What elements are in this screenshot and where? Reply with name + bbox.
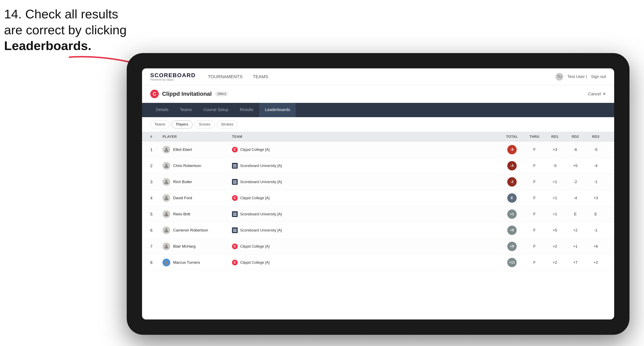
player-name: Elliot Ebert bbox=[173, 147, 192, 152]
table-row: 4 David Ford C Clippd College [A] E F +1… bbox=[142, 190, 614, 206]
team-logo-s bbox=[232, 211, 238, 217]
signout-link[interactable]: Sign out bbox=[591, 74, 606, 79]
total-cell: -2 bbox=[500, 177, 524, 186]
rd3: -1 bbox=[586, 228, 606, 232]
tab-results[interactable]: Results bbox=[234, 103, 259, 117]
rank: 1 bbox=[150, 147, 162, 152]
col-player: PLAYER bbox=[162, 135, 232, 139]
filter-teams[interactable]: Teams bbox=[150, 120, 170, 128]
team-cell: Scoreboard University [A] bbox=[232, 211, 500, 217]
table-row: 7 Blair McHarg C Clippd College [A] +9 F… bbox=[142, 238, 614, 255]
rd3: +6 bbox=[586, 244, 606, 249]
rank: 4 bbox=[150, 196, 162, 200]
player-avatar bbox=[162, 259, 170, 266]
svg-point-6 bbox=[165, 228, 168, 230]
team-logo-c: C bbox=[232, 260, 238, 265]
score-badge: +9 bbox=[507, 242, 517, 251]
tournament-badge: (Men) bbox=[215, 91, 228, 96]
tournament-header: C Clippd Invitational (Men) Cancel ✕ bbox=[142, 85, 614, 103]
table-body: 1 Elliot Ebert C Clippd College [A] -8 F… bbox=[142, 142, 614, 271]
total-cell: +11 bbox=[500, 258, 524, 267]
col-rd2: RD2 bbox=[565, 135, 586, 139]
tab-leaderboards[interactable]: Leaderboards bbox=[259, 103, 296, 117]
team-logo-s bbox=[232, 179, 238, 185]
rd2: +7 bbox=[565, 260, 586, 265]
tab-bar: Details Teams Course Setup Results Leade… bbox=[142, 103, 614, 117]
nav-tournaments[interactable]: TOURNAMENTS bbox=[208, 73, 242, 81]
rank: 3 bbox=[150, 180, 162, 184]
rd1: +2 bbox=[545, 260, 565, 265]
player-name: Marcus Turners bbox=[173, 260, 200, 265]
team-logo-s bbox=[232, 227, 238, 233]
filter-scores[interactable]: Scores bbox=[194, 120, 214, 128]
rd2: -4 bbox=[565, 196, 586, 200]
filter-strokes[interactable]: Strokes bbox=[217, 120, 238, 128]
rd3: -5 bbox=[586, 147, 606, 152]
player-avatar bbox=[162, 226, 170, 234]
rd3: +3 bbox=[586, 196, 606, 200]
team-cell: C Clippd College [A] bbox=[232, 260, 500, 265]
filter-players[interactable]: Players bbox=[172, 120, 192, 128]
rd2: E bbox=[565, 212, 586, 216]
thru: F bbox=[524, 196, 545, 200]
team-cell: Scoreboard University [A] bbox=[232, 227, 500, 233]
col-total: TOTAL bbox=[500, 135, 524, 139]
player-avatar bbox=[162, 162, 170, 170]
rd2: +2 bbox=[565, 228, 586, 232]
col-rd1: RD1 bbox=[545, 135, 565, 139]
team-cell: Scoreboard University [A] bbox=[232, 179, 500, 185]
rd1: -5 bbox=[545, 164, 565, 168]
rd2: -2 bbox=[565, 180, 586, 184]
rd2: -6 bbox=[565, 147, 586, 152]
total-cell: +6 bbox=[500, 226, 524, 235]
user-avatar: TU bbox=[556, 73, 563, 81]
player-cell: Rees Britt bbox=[162, 210, 232, 218]
team-cell: C Clippd College [A] bbox=[232, 147, 500, 153]
filter-row: Teams Players Scores Strokes bbox=[142, 117, 614, 132]
player-avatar bbox=[162, 242, 170, 250]
nav-teams[interactable]: TEAMS bbox=[253, 73, 268, 81]
player-cell: Cameron Robertson bbox=[162, 226, 232, 234]
tablet-screen: SCOREBOARD Powered by clippd TOURNAMENTS… bbox=[142, 68, 614, 320]
total-cell: E bbox=[500, 193, 524, 203]
col-rank: # bbox=[150, 135, 162, 139]
cancel-button[interactable]: Cancel ✕ bbox=[588, 91, 606, 96]
player-name: Blair McHarg bbox=[173, 244, 196, 249]
tournament-name: Clippd Invitational bbox=[162, 91, 212, 97]
team-cell: Scoreboard University [A] bbox=[232, 163, 500, 169]
rd3: -4 bbox=[586, 164, 606, 168]
logo-text: SCOREBOARD bbox=[150, 72, 196, 78]
team-name: Clippd College [A] bbox=[240, 244, 270, 249]
tab-teams[interactable]: Teams bbox=[174, 103, 198, 117]
rd1: +2 bbox=[545, 244, 565, 249]
player-name: David Ford bbox=[173, 196, 192, 200]
table-row: 5 Rees Britt Scoreboard University [A] +… bbox=[142, 206, 614, 222]
team-name: Clippd College [A] bbox=[240, 196, 270, 200]
player-cell: David Ford bbox=[162, 194, 232, 202]
score-badge: -8 bbox=[507, 145, 517, 154]
score-badge: +11 bbox=[507, 258, 517, 267]
rank: 8 bbox=[150, 260, 162, 265]
thru: F bbox=[524, 244, 545, 249]
rank: 2 bbox=[150, 164, 162, 168]
player-cell: Chris Robertson bbox=[162, 162, 232, 170]
tab-details[interactable]: Details bbox=[150, 103, 174, 117]
player-avatar bbox=[162, 146, 170, 154]
instruction-text: 14. Check all results are correct by cli… bbox=[4, 6, 127, 54]
player-name: Chris Robertson bbox=[173, 164, 201, 168]
score-badge: E bbox=[507, 193, 517, 203]
thru: F bbox=[524, 164, 545, 168]
rank: 6 bbox=[150, 228, 162, 233]
player-avatar bbox=[162, 210, 170, 218]
team-name: Scoreboard University [A] bbox=[240, 180, 282, 184]
team-name: Clippd College [A] bbox=[240, 260, 270, 265]
tab-course-setup[interactable]: Course Setup bbox=[198, 103, 234, 117]
top-navigation: SCOREBOARD Powered by clippd TOURNAMENTS… bbox=[142, 68, 614, 85]
rd1: +1 bbox=[545, 196, 565, 200]
thru: F bbox=[524, 260, 545, 265]
thru: F bbox=[524, 212, 545, 216]
leaderboard-table: # PLAYER TEAM TOTAL THRU RD1 RD2 RD3 1 E… bbox=[142, 132, 614, 320]
col-rd3: RD3 bbox=[586, 135, 606, 139]
col-thru: THRU bbox=[524, 135, 545, 139]
svg-point-7 bbox=[165, 245, 168, 247]
